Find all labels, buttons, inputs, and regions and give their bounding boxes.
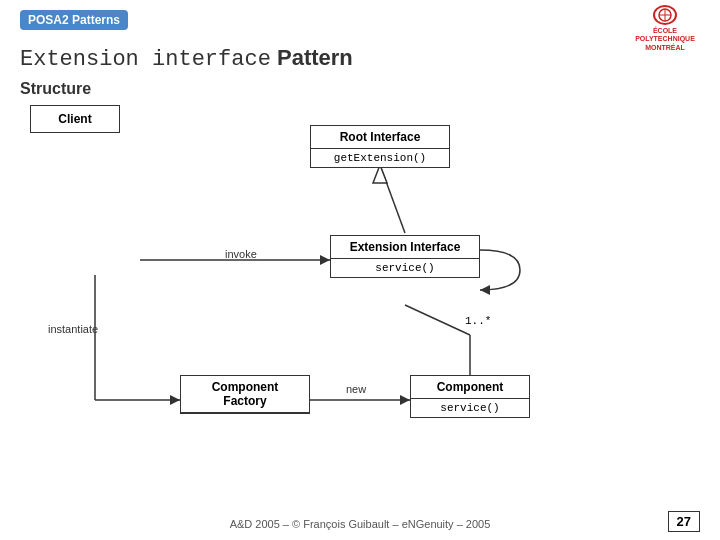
component-factory-title: Component Factory [181, 376, 309, 413]
footer-text: A&D 2005 – © François Guibault – eNGenui… [0, 518, 720, 530]
page-number: 27 [668, 511, 700, 532]
root-interface-box: Root Interface getExtension() [310, 125, 450, 168]
logo-circle [653, 5, 677, 25]
extension-interface-box: Extension Interface service() [330, 235, 480, 278]
svg-line-3 [380, 165, 405, 233]
multiplicity-label: 1..* [465, 315, 491, 327]
logo-text: ÉCOLEPOLYTECHNIQUEMONTRÉAL [635, 27, 695, 52]
logo: ÉCOLEPOLYTECHNIQUEMONTRÉAL [630, 6, 700, 51]
svg-marker-12 [400, 395, 410, 405]
posa2-badge: POSA2 Patterns [20, 10, 128, 30]
component-title: Component [411, 376, 529, 399]
title-bold: Pattern [277, 45, 353, 70]
new-label: new [346, 383, 366, 395]
invoke-label: invoke [225, 248, 257, 260]
svg-line-14 [405, 305, 470, 335]
root-interface-method: getExtension() [311, 149, 449, 167]
diagram-area: Root Interface getExtension() Extension … [30, 105, 690, 490]
component-factory-box: Component Factory [180, 375, 310, 414]
svg-marker-6 [320, 255, 330, 265]
svg-marker-7 [480, 285, 490, 295]
page-title: Extension interface Pattern [20, 45, 353, 72]
root-interface-title: Root Interface [311, 126, 449, 149]
title-mono: Extension interface [20, 47, 271, 72]
client-box: Client [30, 105, 120, 133]
extension-interface-method: service() [331, 259, 479, 277]
extension-interface-title: Extension Interface [331, 236, 479, 259]
component-method: service() [411, 399, 529, 417]
instantiate-label: instantiate [48, 323, 98, 335]
structure-label: Structure [20, 80, 91, 98]
component-box: Component service() [410, 375, 530, 418]
svg-marker-10 [170, 395, 180, 405]
